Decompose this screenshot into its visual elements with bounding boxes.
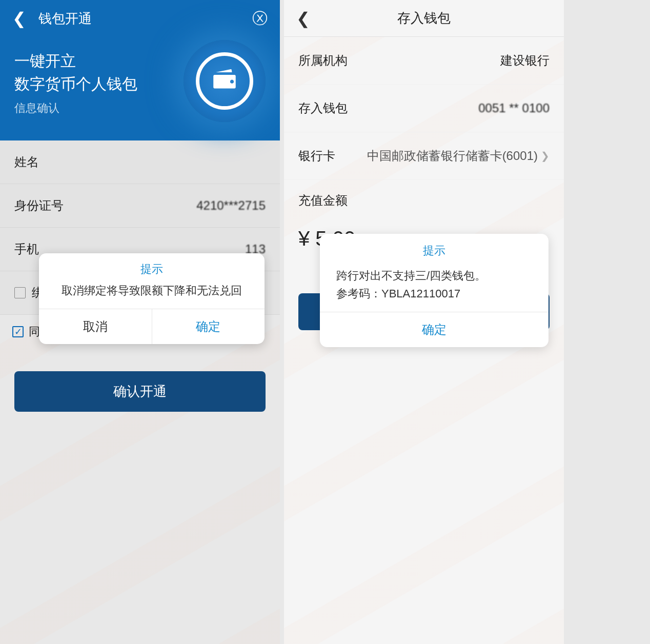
id-label: 身份证号 [14, 197, 64, 214]
error-dialog: 提示 跨行对出不支持三/四类钱包。 参考码：YBLA12110017 确定 [320, 234, 549, 347]
id-value: 4210***2715 [196, 198, 266, 213]
org-row: 所属机构 建设银行 [284, 37, 564, 85]
hero: 一键开立 数字货币个人钱包 信息确认 [0, 37, 280, 140]
right-screen: ❮ 存入钱包 所属机构 建设银行 存入钱包 0051 ** 0100 银行卡 中… [284, 0, 564, 644]
card-value: 中国邮政储蓄银行储蓄卡(6001) [367, 148, 538, 164]
close-icon[interactable]: ⓧ [252, 8, 268, 29]
dialog-message: 跨行对出不支持三/四类钱包。 参考码：YBLA12110017 [320, 264, 549, 312]
wallet-value: 0051 ** 0100 [478, 101, 550, 115]
wallet-icon [210, 66, 239, 96]
card-label: 银行卡 [298, 148, 335, 164]
dialog-title: 提示 [320, 234, 549, 264]
header: ❮ 钱包开通 ⓧ [0, 0, 280, 37]
org-value: 建设银行 [500, 52, 550, 69]
page-title: 存入钱包 [397, 9, 451, 27]
confirm-dialog: 提示 取消绑定将导致限额下降和无法兑回 取消 确定 [39, 253, 265, 344]
agree-checkbox[interactable]: ✓ [12, 326, 24, 337]
wallet-row[interactable]: 存入钱包 0051 ** 0100 [284, 85, 564, 132]
phone-label: 手机 [14, 241, 39, 257]
name-label: 姓名 [14, 154, 39, 170]
dialog-msg-line1: 跨行对出不支持三/四类钱包。 [336, 267, 532, 285]
left-screen: ❮ 钱包开通 ⓧ 一键开立 数字货币个人钱包 信息确认 姓名 身份证号 [0, 0, 280, 644]
id-row[interactable]: 身份证号 4210***2715 [0, 184, 280, 228]
back-icon[interactable]: ❮ [12, 9, 26, 28]
dialog-title: 提示 [39, 253, 265, 281]
bind-checkbox[interactable] [14, 287, 26, 298]
amount-label: 充值金额 [298, 192, 550, 209]
wallet-label: 存入钱包 [298, 100, 348, 116]
chevron-right-icon: ❯ [541, 150, 550, 162]
org-label: 所属机构 [298, 52, 348, 69]
dialog-message: 取消绑定将导致限额下降和无法兑回 [39, 281, 265, 309]
dialog-ok-button[interactable]: 确定 [152, 309, 265, 344]
page-title: 钱包开通 [38, 10, 92, 28]
wallet-illustration [184, 40, 266, 122]
confirm-open-button[interactable]: 确认开通 [14, 371, 266, 412]
name-row[interactable]: 姓名 [0, 140, 280, 184]
back-icon[interactable]: ❮ [296, 9, 310, 28]
card-row[interactable]: 银行卡 中国邮政储蓄银行储蓄卡(6001) ❯ [284, 132, 564, 180]
dialog-msg-line2: 参考码：YBLA12110017 [336, 285, 532, 303]
dialog-ok-button[interactable]: 确定 [320, 312, 549, 347]
dialog-cancel-button[interactable]: 取消 [39, 309, 152, 344]
header: ❮ 存入钱包 [284, 0, 564, 37]
